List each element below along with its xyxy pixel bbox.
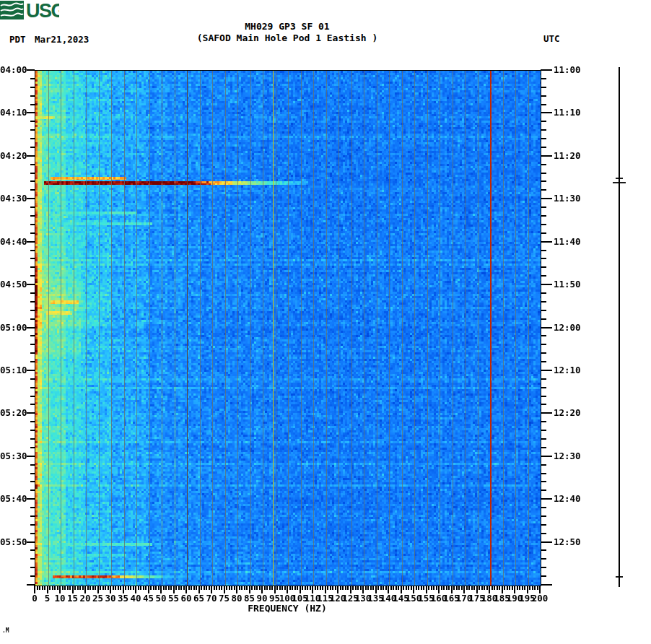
right-time-label: 11:20 — [554, 151, 588, 161]
right-time-label: 12:00 — [554, 323, 588, 333]
right-time-label: 11:40 — [554, 237, 588, 247]
spectrogram-plot-frame — [35, 70, 541, 586]
frequency-axis-title: FREQUENCY (HZ) — [35, 603, 540, 614]
left-time-label: 05:00 — [0, 323, 27, 333]
right-timezone-label: UTC — [543, 34, 560, 44]
usgs-logo-text: USGS — [26, 0, 59, 20]
left-time-label: 05:50 — [0, 537, 27, 547]
station-subtitle: (SAFOD Main Hole Pod 1 Eastish ) — [35, 32, 540, 44]
right-time-label: 12:50 — [554, 537, 588, 547]
right-time-label: 12:40 — [554, 494, 588, 504]
right-time-label: 12:10 — [554, 365, 588, 375]
right-time-label: 12:20 — [554, 408, 588, 418]
spectrogram-page: USGS MH029 GP3 SF 01 (SAFOD Main Hole Po… — [0, 0, 651, 644]
left-time-label: 04:10 — [0, 108, 27, 118]
right-time-label: 11:30 — [554, 193, 588, 204]
spectrogram-canvas — [35, 71, 541, 586]
left-time-label: 05:40 — [0, 494, 27, 504]
title-block: MH029 GP3 SF 01 (SAFOD Main Hole Pod 1 E… — [35, 21, 540, 44]
left-time-label: 04:20 — [0, 151, 27, 161]
right-time-label: 11:10 — [554, 108, 588, 118]
left-time-label: 04:00 — [0, 65, 27, 75]
left-time-label: 04:40 — [0, 237, 27, 247]
left-time-label: 05:10 — [0, 365, 27, 375]
right-time-label: 11:00 — [554, 65, 588, 75]
date-label: Mar21,2023 — [35, 35, 89, 45]
left-time-label: 04:50 — [0, 279, 27, 290]
right-time-label: 12:30 — [554, 451, 588, 461]
right-time-label: 11:50 — [554, 279, 588, 290]
frequency-tick-label: 200 — [525, 593, 554, 604]
corner-mark: .M — [2, 627, 9, 634]
usgs-logo: USGS — [0, 0, 59, 20]
left-time-label: 04:30 — [0, 193, 27, 204]
left-time-label: 05:20 — [0, 408, 27, 418]
left-timezone-label: PDT — [9, 35, 26, 45]
left-time-label: 05:30 — [0, 451, 27, 461]
station-title: MH029 GP3 SF 01 — [35, 21, 540, 32]
